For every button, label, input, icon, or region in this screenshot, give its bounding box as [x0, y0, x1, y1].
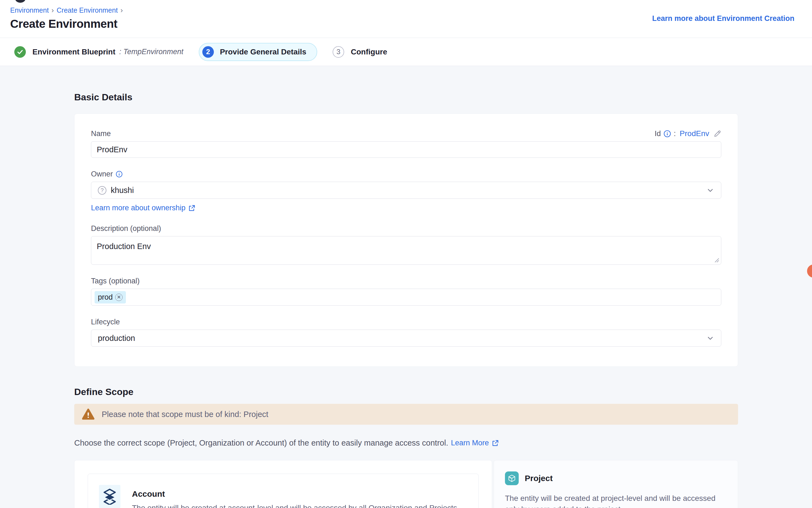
id-label: Id [655, 129, 661, 138]
id-value-link[interactable]: ProdEnv [680, 129, 709, 138]
step3-label: Configure [351, 48, 387, 56]
learn-more-environment-creation-link[interactable]: Learn more about Environment Creation [652, 14, 795, 23]
basic-details-heading: Basic Details [74, 66, 738, 102]
description-label: Description (optional) [91, 224, 161, 233]
id-colon: : [674, 129, 676, 138]
step-complete-check-icon [14, 46, 26, 58]
owner-value: khushi [111, 186, 134, 195]
page-header: Environment › Create Environment › Creat… [0, 0, 812, 38]
tag-chip-label: prod [98, 293, 113, 302]
owner-info-icon[interactable] [116, 171, 123, 178]
step-provide-general-details[interactable]: 2 Provide General Details [199, 43, 317, 61]
wizard-stepper: Environment Blueprint : TempEnvironment … [0, 38, 812, 66]
step1-value: : TempEnvironment [119, 48, 183, 56]
help-widget-button[interactable] [807, 264, 812, 278]
external-link-icon [492, 439, 499, 447]
scope-panel-project[interactable]: Project The entity will be created at pr… [494, 460, 738, 508]
avatar [15, 0, 26, 3]
basic-details-card: Name Id : ProdEnv Owner ? khushi [74, 114, 738, 367]
entity-id-row: Id : ProdEnv [655, 129, 721, 138]
breadcrumb-separator: › [120, 6, 123, 14]
scope-panel-account: Account The entity will be created at ac… [74, 460, 492, 508]
scope-learn-more-link[interactable]: Learn More [451, 439, 489, 447]
define-scope-heading: Define Scope [74, 386, 738, 397]
lifecycle-value: production [98, 334, 135, 343]
scope-description-text: Choose the correct scope (Project, Organ… [74, 438, 448, 448]
name-label: Name [91, 129, 111, 138]
project-option-description: The entity will be created at project-le… [505, 493, 727, 508]
account-option-description: The entity will be created at account-le… [132, 503, 467, 508]
tag-chip: prod ✕ [94, 291, 126, 303]
id-info-icon[interactable] [664, 130, 671, 137]
account-layers-icon [99, 485, 120, 508]
lifecycle-select[interactable]: production [91, 330, 721, 347]
description-textarea[interactable]: Production Env [91, 236, 721, 265]
chevron-down-icon [706, 334, 715, 342]
name-input[interactable] [91, 141, 721, 158]
warning-triangle-icon [82, 409, 94, 420]
project-cube-icon [505, 471, 519, 485]
tags-label: Tags (optional) [91, 277, 140, 285]
resize-handle[interactable] [713, 257, 719, 263]
external-link-icon [188, 205, 196, 212]
breadcrumb-link-create-environment[interactable]: Create Environment [57, 6, 118, 14]
breadcrumb-link-environment[interactable]: Environment [10, 6, 49, 14]
scope-warning-banner: Please note that scope must be of kind: … [74, 404, 738, 425]
step-environment-blueprint[interactable]: Environment Blueprint : TempEnvironment [14, 46, 183, 58]
unknown-user-icon: ? [98, 186, 106, 195]
tags-input[interactable]: prod ✕ [91, 289, 721, 306]
owner-select[interactable]: ? khushi [91, 182, 721, 199]
breadcrumb: Environment › Create Environment › [10, 6, 795, 14]
step3-number-badge: 3 [333, 46, 344, 58]
step-configure[interactable]: 3 Configure [333, 46, 387, 58]
project-option-title: Project [525, 474, 553, 483]
edit-id-pencil-icon[interactable] [714, 130, 721, 137]
account-option-title: Account [132, 489, 467, 499]
scope-option-account[interactable]: Account The entity will be created at ac… [88, 474, 479, 508]
chevron-down-icon [706, 186, 715, 194]
description-value: Production Env [97, 242, 151, 251]
lifecycle-label: Lifecycle [91, 318, 120, 326]
breadcrumb-separator: › [51, 6, 54, 14]
scope-warning-text: Please note that scope must be of kind: … [102, 410, 268, 419]
learn-more-ownership-link[interactable]: Learn more about ownership [91, 204, 185, 212]
step2-label: Provide General Details [220, 48, 306, 56]
owner-label: Owner [91, 170, 113, 178]
step1-label: Environment Blueprint [33, 48, 116, 56]
remove-tag-icon[interactable]: ✕ [115, 294, 123, 301]
step2-number-badge: 2 [202, 46, 214, 58]
